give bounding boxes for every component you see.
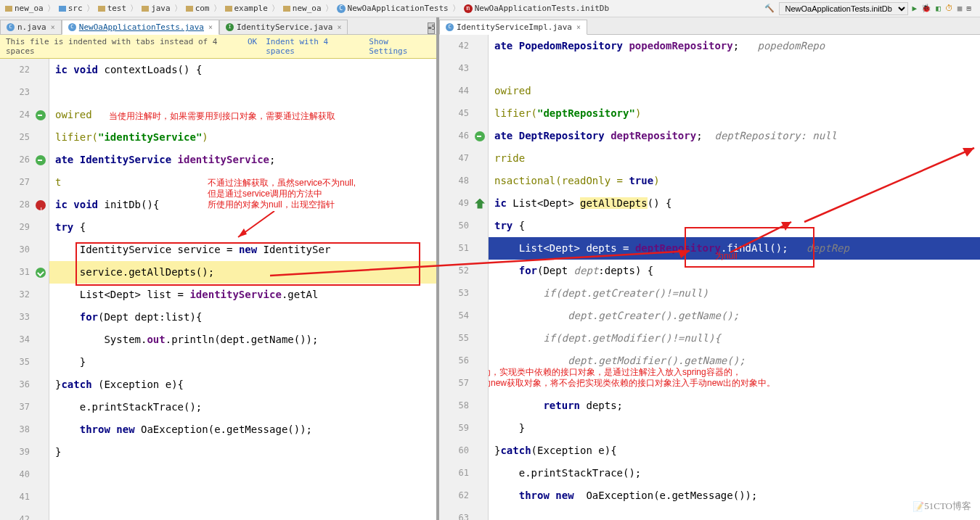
tab-file[interactable]: IIdentityService.java×	[219, 20, 348, 34]
code-line[interactable]: }	[49, 441, 436, 463]
green2-gutter-icon[interactable]	[36, 268, 46, 278]
code-line[interactable]: lifier("identityService")	[49, 126, 436, 149]
close-icon[interactable]: ×	[208, 23, 213, 31]
folder-icon	[186, 6, 193, 12]
line-number: 52	[439, 260, 488, 282]
code-line[interactable]: }	[49, 351, 436, 374]
banner-settings[interactable]: Show Settings	[369, 37, 430, 56]
run-icon[interactable]: ▶	[912, 4, 918, 13]
folder-icon	[59, 6, 66, 12]
code-line[interactable]: try {	[49, 216, 436, 239]
line-number: 44	[439, 80, 488, 102]
enter-gutter-icon[interactable]	[36, 155, 46, 165]
annotation-text: 为null	[715, 251, 738, 262]
code-line[interactable]: ate IdentityService identityService;	[49, 149, 436, 171]
code-area-left[interactable]: 当使用注解时，如果需要用到接口对象，需要通过注解获取 不通过注解获取，虽然ser…	[49, 59, 436, 520]
editor-pane-right: CIdentityServiceImpl.java× 4243444546474…	[439, 17, 980, 520]
enter-gutter-icon[interactable]	[475, 131, 485, 141]
coverage-icon[interactable]: ◧	[936, 4, 941, 13]
code-line[interactable]: for(Dept dept:list){	[49, 306, 436, 329]
code-line[interactable]: ic void contextLoads() {	[49, 59, 436, 81]
line-number: 50	[439, 215, 488, 237]
class-icon: C	[337, 4, 346, 13]
err-gutter-icon[interactable]	[36, 200, 46, 210]
code-line[interactable]: ate DeptRepository deptRepository; deptR…	[489, 125, 980, 147]
debug-icon[interactable]: 🐞	[921, 4, 931, 13]
code-line[interactable]: }catch(Exception e){	[489, 439, 980, 462]
code-editor-left[interactable]: 2223242526272829303132333435363738394041…	[0, 59, 436, 520]
close-icon[interactable]: ×	[576, 23, 581, 31]
layout-icon[interactable]: ⊞	[966, 4, 971, 13]
code-line[interactable]	[489, 507, 980, 520]
annotation-text: 当使用注解时，如果需要用到接口对象，需要通过注解获取	[109, 111, 335, 122]
banner-indent[interactable]: Indent with 4 spaces	[266, 37, 360, 56]
editor-pane-left: Cn.java× CNewOaApplicationTests.java× II…	[0, 17, 439, 520]
line-number: 63	[439, 507, 488, 520]
code-area-right[interactable]: 为null 这是因为，实现类中依赖的接口对象，是通过注解注入放入spring容器…	[489, 35, 980, 520]
line-number: 37	[0, 396, 49, 418]
code-line[interactable]: for(Dept dept:depts) {	[489, 260, 980, 282]
close-icon[interactable]: ×	[337, 23, 341, 31]
line-number: 35	[0, 351, 49, 374]
folder-icon	[225, 6, 232, 12]
profile-icon[interactable]: ⏱	[945, 4, 953, 13]
line-number: 58	[439, 395, 488, 417]
code-line[interactable]: ic List<Dept> getAllDepts() {	[489, 192, 980, 215]
code-line[interactable]: service.getAllDepts();	[49, 261, 436, 284]
crumb-root[interactable]: new_oa	[3, 4, 46, 13]
banner-ok[interactable]: OK	[248, 37, 257, 56]
code-line[interactable]: ate PopedomRepository popedomRepository;…	[489, 35, 980, 57]
code-line[interactable]: try {	[489, 215, 980, 237]
enter-gutter-icon[interactable]	[36, 110, 46, 120]
code-line[interactable]	[49, 81, 436, 104]
code-line[interactable]: IdentityService service = new IdentitySe…	[49, 239, 436, 261]
code-line[interactable]: if(dept.getModifier()!=null){	[489, 327, 980, 350]
split-indicator[interactable]: ≡5	[428, 22, 435, 34]
code-line[interactable]: throw new OaException(e.getMessage());	[489, 484, 980, 507]
code-line[interactable]	[49, 508, 436, 520]
crumb[interactable]: test	[96, 4, 129, 13]
code-line[interactable]	[489, 57, 980, 80]
gutter-right: 4243444546474849505152535455565758596061…	[439, 35, 489, 520]
crumb[interactable]: com	[184, 4, 212, 13]
code-line[interactable]: }	[489, 417, 980, 439]
code-line[interactable]: System.out.println(dept.getName());	[49, 329, 436, 351]
run-config-select[interactable]: NewOaApplicationTests.initDb	[779, 2, 908, 15]
code-line[interactable]: e.printStackTrace();	[49, 396, 436, 418]
line-number: 45	[439, 102, 488, 125]
code-line[interactable]: throw new OaException(e.getMessage());	[49, 418, 436, 441]
line-number: 32	[0, 284, 49, 306]
crumb-method[interactable]: mNewOaApplicationTests.initDb	[462, 4, 611, 13]
tab-file-active[interactable]: CNewOaApplicationTests.java×	[62, 20, 219, 35]
line-number: 40	[0, 463, 49, 486]
code-line[interactable]: rride	[489, 147, 980, 170]
code-line[interactable]: dept.getCreater().getName();	[489, 305, 980, 327]
crumb[interactable]: example	[223, 4, 270, 13]
up-gutter-icon[interactable]	[475, 199, 485, 209]
tab-file[interactable]: Cn.java×	[0, 20, 62, 34]
stop-icon[interactable]: ■	[957, 4, 963, 13]
code-line[interactable]: }catch (Exception e){	[49, 374, 436, 396]
crumb[interactable]: new_oa	[281, 4, 324, 13]
code-line[interactable]: e.printStackTrace();	[489, 462, 980, 484]
code-line[interactable]: List<Dept> list = identityService.getAl	[49, 284, 436, 306]
crumb[interactable]: java	[139, 4, 173, 13]
banner-msg: This file is indented with tabs instead …	[6, 37, 248, 56]
code-line[interactable]: return depts;	[489, 395, 980, 417]
crumb-class[interactable]: CNewOaApplicationTests	[335, 4, 451, 13]
line-number: 39	[0, 441, 49, 463]
line-number: 31	[0, 261, 49, 284]
crumb[interactable]: src	[57, 4, 85, 13]
code-line[interactable]	[49, 463, 436, 486]
code-editor-right[interactable]: 4243444546474849505152535455565758596061…	[439, 35, 980, 520]
tab-file-active[interactable]: CIdentityServiceImpl.java×	[439, 20, 587, 35]
code-line[interactable]	[49, 486, 436, 508]
line-number: 33	[0, 306, 49, 329]
code-line[interactable]: owired	[489, 80, 980, 102]
code-line[interactable]: lifier("deptRepository")	[489, 102, 980, 125]
code-line[interactable]: if(dept.getCreater()!=null)	[489, 282, 980, 305]
code-line[interactable]: nsactional(readOnly = true)	[489, 170, 980, 192]
hammer-icon[interactable]: 🔨	[764, 4, 775, 13]
close-icon[interactable]: ×	[51, 23, 55, 31]
folder-icon	[283, 6, 290, 12]
